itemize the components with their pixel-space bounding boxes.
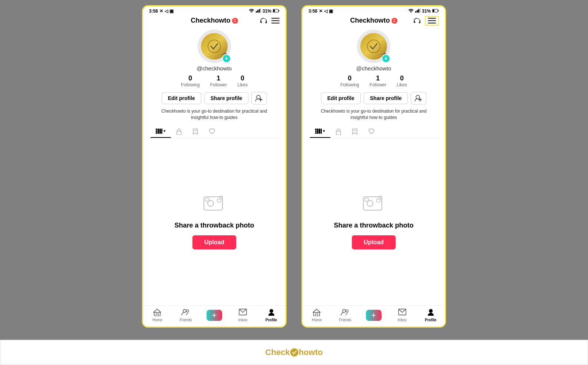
follower-label-2: Follower xyxy=(370,82,386,87)
battery-1: 31% xyxy=(262,9,271,14)
logo-circle xyxy=(290,348,298,356)
svg-rect-3 xyxy=(259,9,260,13)
svg-rect-15 xyxy=(156,129,157,130)
app-header-2: Checkhowto 1 xyxy=(303,15,445,27)
follower-count-1: 1 xyxy=(217,74,220,82)
stat-follower-2[interactable]: 1 Follower xyxy=(370,74,386,87)
svg-rect-4 xyxy=(260,9,261,13)
svg-point-0 xyxy=(251,12,252,13)
status-bar-2: 3:58 ✕ ◁ ▣ 31% xyxy=(303,6,445,15)
nav-profile-2[interactable]: Profile xyxy=(420,309,442,322)
notification-dot-1: 1 xyxy=(232,18,238,24)
following-count-2: 0 xyxy=(348,74,351,82)
svg-rect-35 xyxy=(415,11,416,13)
svg-rect-1 xyxy=(256,11,257,13)
nav-plus-1[interactable]: + xyxy=(203,310,225,321)
upload-btn-2[interactable]: Upload xyxy=(352,235,396,249)
upload-btn-1[interactable]: Upload xyxy=(192,235,236,249)
tab-lock-1[interactable] xyxy=(171,125,187,138)
nav-friends-1[interactable]: Friends xyxy=(175,309,197,322)
friends-icon-2 xyxy=(341,309,350,317)
tab-bookmark-2[interactable] xyxy=(347,125,363,138)
profile-icon-2 xyxy=(427,309,435,317)
headphones-icon-1[interactable] xyxy=(260,17,268,24)
tab-grid-1[interactable]: ▾ xyxy=(151,125,171,138)
stat-following-2[interactable]: 0 Following xyxy=(340,74,359,87)
svg-point-30 xyxy=(183,309,186,312)
share-profile-btn-1[interactable]: Share profile xyxy=(204,92,249,104)
svg-rect-51 xyxy=(315,132,317,134)
content-area-2: Share a throwback photo Upload xyxy=(303,138,445,305)
inbox-icon-1 xyxy=(239,309,247,317)
avatar-2: ↗ + xyxy=(357,30,390,63)
likes-count-1: 0 xyxy=(241,74,244,82)
logo-check: Check xyxy=(265,348,290,357)
nav-home-2[interactable]: Home xyxy=(305,309,328,322)
nav-home-1[interactable]: Home xyxy=(146,309,168,322)
battery-2: 31% xyxy=(422,9,431,14)
tab-heart-2[interactable] xyxy=(363,125,380,138)
share-profile-btn-2[interactable]: Share profile xyxy=(364,92,408,104)
svg-rect-27 xyxy=(205,198,209,201)
stat-likes-1[interactable]: 0 Likes xyxy=(237,74,248,87)
svg-rect-9 xyxy=(271,20,280,21)
svg-rect-40 xyxy=(433,10,435,12)
nav-inbox-1[interactable]: Inbox xyxy=(232,309,254,322)
throwback-text-1: Share a throwback photo xyxy=(174,222,254,229)
stat-likes-2[interactable]: 0 Likes xyxy=(397,74,407,87)
stats-row-2: 0 Following 1 Follower 0 Likes xyxy=(340,74,407,87)
stats-row-1: 0 Following 1 Follower 0 Likes xyxy=(181,74,248,87)
svg-point-68 xyxy=(291,349,298,356)
nav-friends-label-2: Friends xyxy=(339,318,351,322)
likes-label-2: Likes xyxy=(397,82,407,87)
nav-plus-2[interactable]: + xyxy=(363,310,385,321)
svg-rect-6 xyxy=(273,10,275,12)
nav-friends-2[interactable]: Friends xyxy=(334,309,356,322)
svg-rect-21 xyxy=(177,131,181,135)
photo-icon-1 xyxy=(203,194,225,217)
stat-follower-1[interactable]: 1 Follower xyxy=(210,74,227,87)
inbox-icon-2 xyxy=(398,309,406,317)
phone-1: 3:58 ✕ ◁ ▣ 31% Checkhowto xyxy=(142,5,287,328)
home-icon-1 xyxy=(153,309,161,317)
plus-icon-2[interactable]: + xyxy=(366,310,381,321)
footer-bar: Check howto xyxy=(0,340,588,365)
nav-friends-label-1: Friends xyxy=(180,318,192,322)
add-btn-1[interactable]: + xyxy=(222,54,231,63)
profile-section-2: ↗ + @checkhowto 0 Following 1 Follower 0… xyxy=(303,27,445,138)
svg-rect-44 xyxy=(428,23,436,24)
tab-bookmark-1[interactable] xyxy=(187,125,204,138)
throwback-text-2: Share a throwback photo xyxy=(334,222,413,229)
username-2: @checkhowto xyxy=(356,65,391,72)
edit-profile-btn-1[interactable]: Edit profile xyxy=(162,92,201,104)
svg-rect-25 xyxy=(217,199,221,202)
hamburger-icon-1[interactable] xyxy=(271,18,280,24)
nav-profile-1[interactable]: Profile xyxy=(260,309,283,322)
svg-rect-36 xyxy=(417,10,418,13)
headphones-icon-2[interactable] xyxy=(413,17,421,24)
plus-icon-1[interactable]: + xyxy=(207,310,222,321)
time-2: 3:58 xyxy=(308,9,317,14)
tab-grid-2[interactable]: ▾ xyxy=(310,125,330,138)
svg-rect-43 xyxy=(428,20,436,21)
svg-rect-53 xyxy=(319,129,320,134)
nav-inbox-label-1: Inbox xyxy=(238,318,247,322)
nav-profile-label-2: Profile xyxy=(425,318,436,322)
edit-profile-btn-2[interactable]: Edit profile xyxy=(321,92,361,104)
svg-rect-52 xyxy=(317,129,318,134)
nav-inbox-2[interactable]: Inbox xyxy=(391,309,413,322)
tab-dropdown-1: ▾ xyxy=(163,129,166,133)
svg-point-31 xyxy=(186,310,189,312)
add-btn-2[interactable]: + xyxy=(381,54,390,63)
friends-icon-1 xyxy=(181,309,190,317)
hamburger-icon-2[interactable] xyxy=(425,16,439,26)
add-friend-btn-2[interactable] xyxy=(411,92,426,104)
status-right-1: 31% xyxy=(249,9,280,14)
action-row-1: Edit profile Share profile xyxy=(162,92,267,104)
svg-rect-16 xyxy=(156,130,157,132)
add-friend-btn-1[interactable] xyxy=(251,92,267,104)
tab-lock-2[interactable] xyxy=(330,125,347,138)
image-icon-1: ▣ xyxy=(169,9,174,14)
stat-following-1[interactable]: 0 Following xyxy=(181,74,200,87)
tab-heart-1[interactable] xyxy=(204,125,221,138)
